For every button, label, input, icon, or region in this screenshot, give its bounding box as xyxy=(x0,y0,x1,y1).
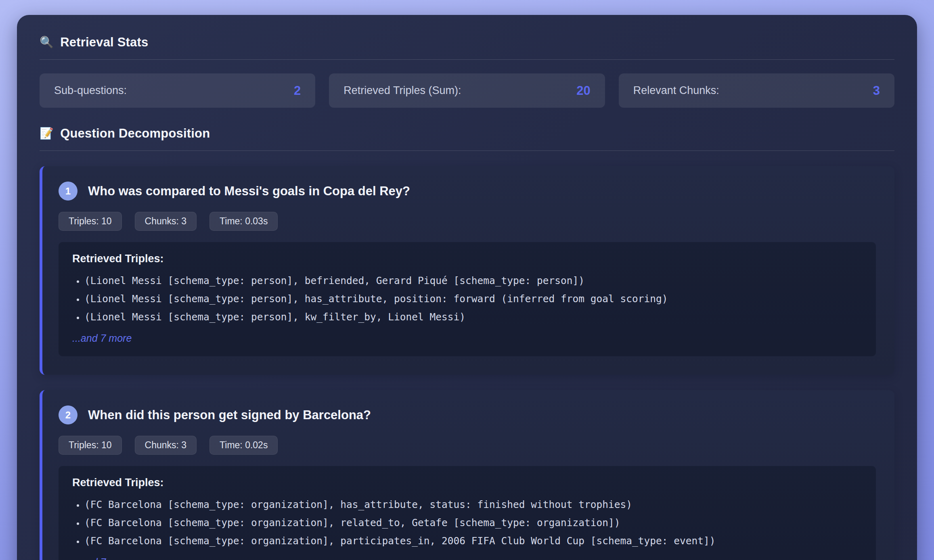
section-divider xyxy=(40,59,894,60)
triples-count-badge: Triples: 10 xyxy=(59,436,122,455)
question-metrics-row: Triples: 10 Chunks: 3 Time: 0.03s xyxy=(59,212,876,231)
retrieved-triples-heading: Retrieved Triples: xyxy=(72,253,862,265)
show-more-link[interactable]: ...and 7 more xyxy=(72,556,862,560)
question-number-badge: 2 xyxy=(59,405,77,424)
stat-card-relevant-chunks: Relevant Chunks: 3 xyxy=(619,73,894,108)
question-number-badge: 1 xyxy=(59,182,77,201)
retrieval-stats-heading: 🔍 Retrieval Stats xyxy=(40,35,894,50)
stat-label: Sub-questions: xyxy=(54,84,127,97)
stat-label: Relevant Chunks: xyxy=(633,84,719,97)
stats-row: Sub-questions: 2 Retrieved Triples (Sum)… xyxy=(40,73,894,108)
stat-card-subquestions: Sub-questions: 2 xyxy=(40,73,315,108)
question-decomposition-heading: 📝 Question Decomposition xyxy=(40,126,894,141)
question-header: 1 Who was compared to Messi's goals in C… xyxy=(59,182,876,201)
triple-item: (FC Barcelona [schema_type: organization… xyxy=(84,514,862,532)
question-title: Who was compared to Messi's goals in Cop… xyxy=(88,184,410,199)
question-metrics-row: Triples: 10 Chunks: 3 Time: 0.02s xyxy=(59,436,876,455)
triples-list: (FC Barcelona [schema_type: organization… xyxy=(72,495,862,550)
retrieved-triples-box: Retrieved Triples: (Lionel Messi [schema… xyxy=(59,242,876,356)
stat-card-retrieved-triples: Retrieved Triples (Sum): 20 xyxy=(329,73,605,108)
retrieval-stats-title: Retrieval Stats xyxy=(60,35,148,50)
triples-count-badge: Triples: 10 xyxy=(59,212,122,231)
retrieval-panel: 🔍 Retrieval Stats Sub-questions: 2 Retri… xyxy=(17,15,917,560)
section-divider xyxy=(40,150,894,151)
triple-item: (Lionel Messi [schema_type: person], has… xyxy=(84,290,862,308)
question-header: 2 When did this person get signed by Bar… xyxy=(59,405,876,424)
chunks-count-badge: Chunks: 3 xyxy=(135,436,197,455)
memo-icon: 📝 xyxy=(40,128,54,139)
stat-value: 3 xyxy=(873,84,880,98)
question-title: When did this person get signed by Barce… xyxy=(88,408,371,422)
question-decomposition-title: Question Decomposition xyxy=(60,126,210,141)
retrieved-triples-box: Retrieved Triples: (FC Barcelona [schema… xyxy=(59,466,876,560)
question-card-2: 2 When did this person get signed by Bar… xyxy=(40,390,894,560)
triple-item: (Lionel Messi [schema_type: person], bef… xyxy=(84,272,862,290)
chunks-count-badge: Chunks: 3 xyxy=(135,212,197,231)
panel-content: 🔍 Retrieval Stats Sub-questions: 2 Retri… xyxy=(17,15,917,560)
triple-item: (FC Barcelona [schema_type: organization… xyxy=(84,532,862,550)
triple-item: (FC Barcelona [schema_type: organization… xyxy=(84,495,862,514)
retrieved-triples-heading: Retrieved Triples: xyxy=(72,476,862,489)
triple-item: (Lionel Messi [schema_type: person], kw_… xyxy=(84,308,862,326)
stat-value: 20 xyxy=(576,84,590,98)
question-card-1: 1 Who was compared to Messi's goals in C… xyxy=(40,166,894,375)
triples-list: (Lionel Messi [schema_type: person], bef… xyxy=(72,272,862,326)
show-more-link[interactable]: ...and 7 more xyxy=(72,332,862,344)
time-badge: Time: 0.03s xyxy=(209,212,278,231)
time-badge: Time: 0.02s xyxy=(209,436,278,455)
magnifier-icon: 🔍 xyxy=(40,37,54,48)
stat-label: Retrieved Triples (Sum): xyxy=(343,84,461,97)
stat-value: 2 xyxy=(294,84,301,98)
